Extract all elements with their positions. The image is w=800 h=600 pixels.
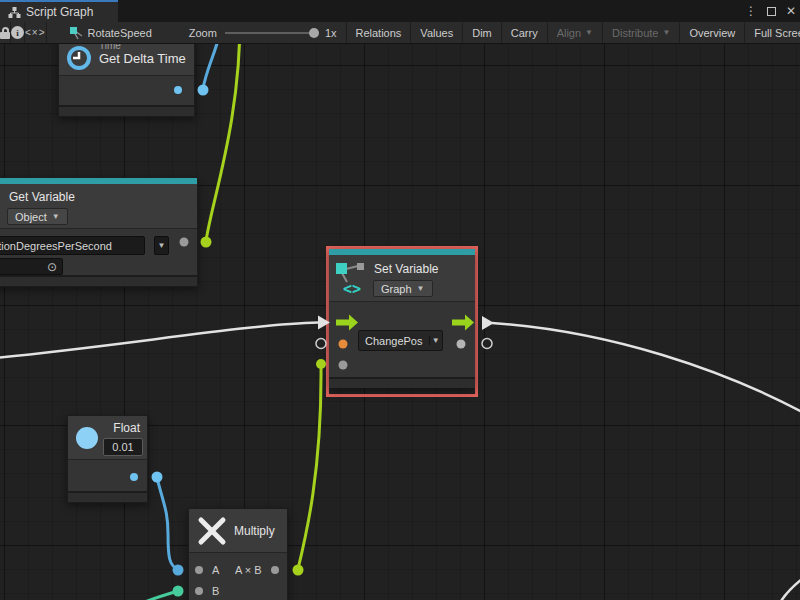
port-getvariable-output[interactable] bbox=[180, 238, 189, 247]
port-float-output[interactable] bbox=[130, 473, 138, 481]
port-multiply-result[interactable] bbox=[271, 566, 279, 574]
port-deltatime-output[interactable] bbox=[174, 86, 182, 94]
port-setvariable-value[interactable] bbox=[339, 361, 348, 370]
port-multiply-a[interactable] bbox=[195, 566, 203, 574]
graph-breadcrumb[interactable]: RotateSpeed bbox=[47, 22, 161, 43]
port-multiply-b[interactable] bbox=[195, 587, 203, 595]
port-layer bbox=[0, 0, 800, 600]
endpoint-multiply-b bbox=[173, 586, 184, 597]
endpoint-setvariable-value bbox=[316, 359, 326, 369]
overview-button[interactable]: Overview bbox=[680, 22, 745, 43]
control-out-connector[interactable] bbox=[482, 316, 494, 330]
chevron-down-icon: ▼ bbox=[585, 28, 593, 37]
endpoint-multiply-result bbox=[293, 565, 304, 576]
close-icon[interactable]: ✕ bbox=[786, 5, 796, 17]
port-setvariable-name[interactable] bbox=[339, 340, 348, 349]
control-in-connector[interactable] bbox=[318, 316, 330, 330]
endpoint-getvariable bbox=[201, 237, 212, 248]
distribute-button: Distribute ▼ bbox=[603, 22, 680, 43]
endpoint-deltatime bbox=[198, 85, 209, 96]
endpoint-multiply-a bbox=[173, 565, 184, 576]
control-input-arrow-icon[interactable] bbox=[336, 315, 358, 331]
zoom-label: Zoom bbox=[189, 27, 217, 39]
port-setvariable-output[interactable] bbox=[457, 340, 466, 349]
lock-button[interactable] bbox=[0, 22, 11, 43]
info-button[interactable]: i bbox=[11, 22, 25, 43]
zoom-slider-handle[interactable] bbox=[309, 28, 319, 38]
tab-title: Script Graph bbox=[26, 5, 93, 19]
values-button[interactable]: Values bbox=[411, 22, 463, 43]
fullscreen-button[interactable]: Full Screen bbox=[745, 22, 800, 43]
tab-script-graph[interactable]: Script Graph bbox=[0, 0, 118, 22]
graph-tab-icon bbox=[8, 6, 21, 19]
lock-icon bbox=[0, 27, 10, 39]
graph-name: RotateSpeed bbox=[88, 27, 152, 39]
carry-button[interactable]: Carry bbox=[502, 22, 548, 43]
relations-button[interactable]: Relations bbox=[346, 22, 412, 43]
endpoint-float bbox=[152, 472, 163, 483]
unconnected-port-ring-left[interactable] bbox=[316, 339, 326, 349]
maximize-icon[interactable] bbox=[767, 7, 776, 16]
info-icon: i bbox=[11, 26, 24, 39]
script-machine-icon bbox=[69, 26, 83, 40]
tab-bar: Script Graph ⋮ ✕ bbox=[0, 0, 800, 22]
menu-kebab-icon[interactable]: ⋮ bbox=[745, 5, 757, 17]
chevron-down-icon: ▼ bbox=[663, 28, 671, 37]
code-view-button[interactable]: <×> bbox=[25, 22, 47, 43]
zoom-value: 1x bbox=[325, 27, 337, 39]
unconnected-port-ring-right[interactable] bbox=[482, 339, 492, 349]
control-output-arrow-icon[interactable] bbox=[452, 315, 474, 331]
graph-toolbar: i <×> RotateSpeed Zoom 1x Relations Valu… bbox=[0, 22, 800, 44]
code-icon: <×> bbox=[25, 27, 46, 38]
zoom-slider[interactable] bbox=[225, 32, 317, 34]
align-button: Align ▼ bbox=[548, 22, 603, 43]
dim-button[interactable]: Dim bbox=[463, 22, 502, 43]
zoom-control: Zoom 1x bbox=[161, 22, 346, 43]
